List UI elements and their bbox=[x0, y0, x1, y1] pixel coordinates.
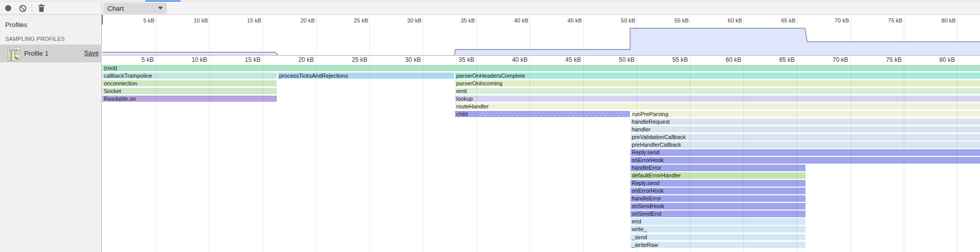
svg-text:%: % bbox=[14, 56, 18, 61]
